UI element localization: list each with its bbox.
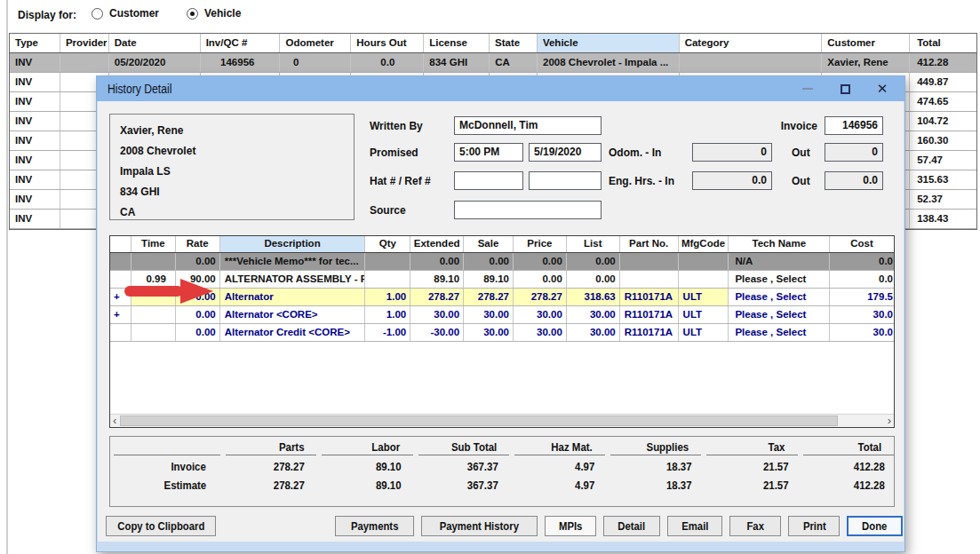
action-button[interactable]: Payments: [335, 516, 414, 536]
close-button[interactable]: ✕: [874, 81, 890, 97]
col-description[interactable]: Description: [220, 236, 366, 252]
cell-type: INV: [10, 112, 60, 131]
row-expander[interactable]: [110, 253, 131, 270]
promised-time-field[interactable]: 5:00 PM: [454, 143, 523, 162]
cell-rate: 0.00: [176, 324, 220, 341]
scrollbar-thumb[interactable]: [120, 416, 838, 426]
eng-hrs-out-field[interactable]: 0.0: [825, 171, 883, 190]
cell-mfgcode: ULT: [679, 306, 729, 323]
radio-vehicle[interactable]: Vehicle: [187, 7, 241, 20]
invoice-number-field[interactable]: 146956: [825, 116, 883, 135]
minimize-button[interactable]: [800, 81, 816, 97]
cell-description: Alternator <CORE>: [220, 306, 366, 323]
cell-qty: 1.00: [365, 306, 410, 323]
col-rate[interactable]: Rate: [176, 236, 220, 252]
col-cost[interactable]: Cost: [830, 236, 894, 252]
display-for-label: Display for:: [18, 9, 76, 21]
cell-total: 104.72: [910, 112, 976, 131]
row-expander[interactable]: +: [110, 306, 131, 323]
line-item-row[interactable]: 0.00 Alternator Credit <CORE> -1.00 -30.…: [110, 324, 894, 342]
col-sale[interactable]: Sale: [464, 236, 514, 252]
col-customer[interactable]: Customer: [822, 34, 910, 52]
scroll-right-icon[interactable]: ›: [888, 415, 891, 427]
ref-number-field[interactable]: [529, 171, 602, 190]
maximize-button[interactable]: [837, 81, 853, 97]
col-odometer[interactable]: Odometer: [280, 34, 351, 52]
cell-type: INV: [10, 92, 60, 111]
col-tech-name[interactable]: Tech Name: [729, 236, 830, 252]
line-item-row[interactable]: + 0.00 Alternator 1.00 278.27 278.27 278…: [110, 289, 894, 306]
radio-customer[interactable]: Customer: [92, 7, 159, 20]
cell-cost: 30.0: [830, 306, 894, 323]
hat-number-field[interactable]: [454, 171, 523, 190]
cell-qty: [365, 271, 410, 288]
cell-qty: 1.00: [365, 289, 410, 305]
cell-time: [131, 324, 176, 341]
cell-time: [131, 253, 176, 270]
source-field[interactable]: [454, 201, 602, 219]
line-item-row[interactable]: 0.00 ***Vehicle Memo*** for tec... 0.00 …: [110, 253, 894, 271]
line-item-row[interactable]: 0.99 90.00 ALTERNATOR ASSEMBLY - R... 89…: [110, 271, 894, 289]
col-mfgcode[interactable]: MfgCode: [679, 236, 729, 252]
action-button[interactable]: Print: [788, 516, 840, 536]
eng-hrs-in-label: Eng. Hrs. - In: [609, 175, 674, 187]
scroll-left-icon[interactable]: ‹: [113, 415, 116, 427]
cell-part-no: [620, 253, 679, 270]
action-button[interactable]: Detail: [603, 516, 659, 536]
col-time[interactable]: Time: [131, 236, 176, 252]
col-list[interactable]: List: [567, 236, 620, 252]
eng-hrs-in-field[interactable]: 0.0: [692, 171, 772, 190]
col-price[interactable]: Price: [514, 236, 567, 252]
radio-vehicle-label: Vehicle: [204, 7, 241, 20]
customer-name: Xavier, Rene: [120, 121, 354, 141]
cell-list: 30.00: [567, 324, 620, 341]
history-row[interactable]: INV 05/20/2020 146956 0 0.0 834 GHI CA 2…: [10, 53, 976, 73]
invoice-label: Invoice: [759, 120, 817, 132]
cell-price: 278.27: [514, 289, 567, 305]
radio-circle-icon: [92, 8, 103, 20]
row-expander[interactable]: [110, 324, 131, 341]
cell-part-no: [620, 271, 679, 288]
col-hours-out[interactable]: Hours Out: [351, 34, 424, 52]
cell-tech-name: Please , Select: [729, 289, 830, 305]
cell-type: INV: [10, 131, 60, 150]
action-button[interactable]: Done: [847, 516, 903, 536]
col-total[interactable]: Total: [910, 34, 976, 52]
cell-price: 0.00: [514, 253, 567, 270]
col-provider[interactable]: Provider: [60, 34, 109, 52]
promised-date-field[interactable]: 5/19/2020: [529, 143, 602, 162]
cell-cost: 0.0: [830, 271, 894, 288]
cell-mfgcode: [679, 253, 729, 270]
action-button[interactable]: Payment History: [421, 516, 538, 536]
col-qty[interactable]: Qty: [365, 236, 410, 252]
col-invqc[interactable]: Inv/QC #: [201, 34, 281, 52]
col-date[interactable]: Date: [109, 34, 201, 52]
cell-cost: 30.0: [830, 324, 894, 341]
action-button[interactable]: Email: [667, 516, 723, 536]
col-type[interactable]: Type: [10, 34, 60, 52]
col-part-no[interactable]: Part No.: [620, 236, 679, 252]
action-button[interactable]: MPIs: [545, 516, 596, 536]
copy-to-clipboard-button[interactable]: Copy to Clipboard: [106, 516, 216, 536]
col-vehicle[interactable]: Vehicle: [538, 34, 680, 52]
vehicle-year-make: 2008 Chevrolet: [120, 141, 354, 162]
odom-in-field[interactable]: 0: [692, 143, 772, 162]
horizontal-scrollbar[interactable]: ‹ ›: [110, 414, 894, 427]
line-item-row[interactable]: + 0.00 Alternator <CORE> 1.00 30.00 30.0…: [110, 306, 894, 324]
cell-extended: 278.27: [410, 289, 464, 305]
cell-cost: 179.5: [830, 289, 894, 305]
cell-part-no: R110171A: [620, 324, 679, 341]
estimate-row-label: Estimate: [110, 479, 217, 492]
cell-sale: 0.00: [464, 253, 514, 270]
action-button[interactable]: Fax: [729, 516, 781, 536]
cell-vehicle: 2008 Chevrolet - Impala ...: [538, 53, 680, 72]
col-license[interactable]: License: [424, 34, 490, 52]
col-extended[interactable]: Extended: [410, 236, 464, 252]
dialog-titlebar[interactable]: History Detail ✕: [97, 76, 904, 101]
totals-estimate-row: Estimate 278.27 89.10 367.37 4.97 18.37 …: [110, 478, 894, 493]
written-by-field[interactable]: McDonnell, Tim: [454, 116, 602, 135]
col-category[interactable]: Category: [680, 34, 823, 52]
col-state[interactable]: State: [490, 34, 538, 52]
maximize-icon: [841, 84, 850, 94]
odom-out-field[interactable]: 0: [825, 143, 883, 162]
